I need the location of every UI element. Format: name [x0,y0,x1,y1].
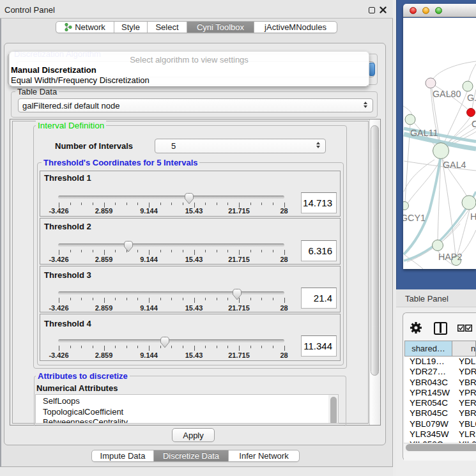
svg-text:H: H [470,211,476,222]
svg-text:C: C [472,119,476,129]
svg-text:GAL11: GAL11 [410,128,438,138]
svg-text:G.: G. [467,93,476,103]
svg-text:GCY1: GCY1 [403,213,426,223]
svg-text:HAP2: HAP2 [438,252,462,262]
svg-text:GAL80: GAL80 [433,89,461,99]
svg-text:GAL4: GAL4 [443,160,466,170]
